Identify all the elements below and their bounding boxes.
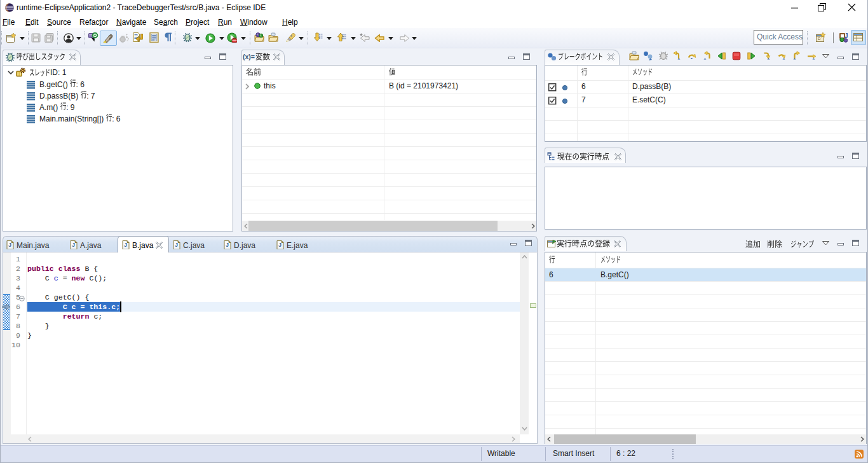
svg-text:J: J <box>72 242 75 248</box>
svg-text:J: J <box>175 242 178 248</box>
svg-text:J: J <box>124 242 127 248</box>
svg-text:J: J <box>226 242 229 248</box>
svg-text:J: J <box>278 242 281 248</box>
svg-text:J: J <box>8 242 11 248</box>
